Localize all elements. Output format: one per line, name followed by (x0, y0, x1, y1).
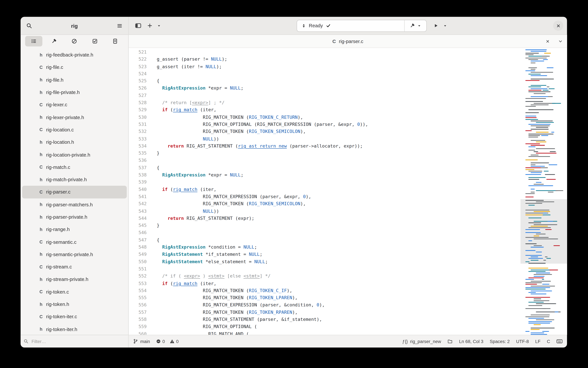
code-line[interactable]: 542 RIG_MATCH_TOKEN (RIG_TOKEN_SEMICOLON… (129, 201, 518, 208)
view-documentation-button[interactable] (106, 36, 124, 46)
code-line[interactable]: 551 (129, 266, 518, 273)
file-item[interactable]: Crig-semantic.c (22, 236, 127, 248)
file-item[interactable]: hrig-lexer-private.h (22, 111, 127, 124)
filter-input[interactable] (31, 338, 125, 344)
code-line[interactable]: 526 RigAstExpression *expr = NULL; (129, 85, 518, 92)
line-ending-button[interactable]: LF (535, 339, 540, 344)
git-branch-button[interactable]: main (133, 339, 150, 344)
code-line[interactable]: 530 RIG_MATCH_TOKEN (RIG_TOKEN_C_RETURN)… (129, 114, 518, 121)
code-line[interactable]: 539 (129, 179, 518, 186)
file-item[interactable]: hrig-location-private.h (22, 148, 127, 161)
file-item[interactable]: Crig-lexer.c (22, 99, 127, 111)
warnings-button[interactable]: 0 (169, 339, 179, 344)
code-line[interactable]: 556 RIG_MATCH_EXPRESSION (parser, &condi… (129, 302, 518, 309)
file-item[interactable]: Crig-stream.c (22, 261, 127, 273)
code-line[interactable]: 523g_assert (iter != NULL); (129, 63, 518, 70)
code-line[interactable]: 541 RIG_MATCH_EXPRESSION (parser, &expr,… (129, 193, 518, 201)
code-line[interactable]: 548 RigAstExpression *condition = NULL; (129, 244, 518, 251)
file-item[interactable]: hrig-range.h (22, 223, 127, 236)
errors-button[interactable]: 0 (156, 339, 165, 344)
code-line[interactable]: 529 if (rig_match (iter, (129, 106, 518, 114)
view-outline-button[interactable] (25, 36, 42, 46)
code-line[interactable]: 528 /* return [<expr>] ; */ (129, 99, 518, 106)
run-button[interactable] (431, 20, 441, 31)
header-file-icon: h (39, 152, 44, 157)
build-status-button[interactable]: Ready (297, 23, 404, 28)
code-line[interactable]: 560 RIG_MATCH_AND ( (129, 331, 518, 335)
file-item[interactable]: hrig-semantic-private.h (22, 248, 127, 261)
file-item[interactable]: Crig-token.c (22, 285, 127, 298)
current-function-button[interactable]: ƒ{} rig_parser_new (402, 339, 441, 344)
file-item[interactable]: hrig-file-private.h (22, 86, 127, 99)
code-line[interactable]: 559 RIG_MATCH_OPTIONAL ( (129, 323, 518, 331)
code-line[interactable]: 521 (129, 49, 518, 56)
file-item[interactable]: hrig-stream-private.h (22, 273, 127, 285)
code-line[interactable]: 534 return RIG_AST_STATEMENT (rig_ast_re… (129, 143, 518, 150)
minimap-viewport[interactable] (521, 199, 567, 264)
code-editor[interactable]: 521522g_assert (parser != NULL);523g_ass… (129, 48, 567, 335)
code-line[interactable]: 535} (129, 150, 518, 157)
code-line[interactable]: 546 (129, 229, 518, 237)
view-tests-button[interactable] (86, 36, 103, 46)
tab-rig-parser[interactable]: C rig-parser.c (332, 38, 363, 44)
code-line[interactable]: 544 return RIG_AST_STATEMENT (expr); (129, 215, 518, 222)
view-diagnostics-button[interactable] (66, 36, 83, 46)
code-line[interactable]: 522g_assert (parser != NULL); (129, 56, 518, 63)
code-line[interactable]: 525{ (129, 78, 518, 85)
view-build-button[interactable] (46, 36, 63, 46)
window-close-button[interactable] (553, 20, 563, 31)
file-item[interactable]: Crig-token-iter.c (22, 311, 127, 323)
code-line[interactable]: 558 RIG_MATCH_STATEMENT (parser, &if_sta… (129, 316, 518, 323)
cursor-position-button[interactable]: Ln 68, Col 3 (459, 339, 483, 344)
code-line[interactable]: 547{ (129, 237, 518, 244)
code-line[interactable]: 554 RIG_MATCH_TOKEN (RIG_TOKEN_C_IF), (129, 287, 518, 294)
git-branch-icon (133, 339, 138, 344)
file-item[interactable]: Crig-file.c (22, 61, 127, 74)
new-tab-button[interactable] (145, 20, 154, 31)
code-line[interactable]: 550 RigAstStatement *else_statement = NU… (129, 258, 518, 266)
spacer (267, 26, 292, 26)
code-text: RIG_MATCH_EXPRESSION (parser, &expr, 0), (151, 193, 311, 201)
code-line[interactable]: 533 NULL)) (129, 135, 518, 143)
file-item[interactable]: hrig-parser-private.h (22, 211, 127, 223)
code-line[interactable]: 557 RIG_MATCH_TOKEN (RIG_TOKEN_RPAREN), (129, 309, 518, 316)
file-item[interactable]: hrig-match-private.h (22, 173, 127, 186)
code-line[interactable]: 537{ (129, 164, 518, 172)
code-line[interactable]: 527 (129, 92, 518, 99)
code-line[interactable]: 536 (129, 157, 518, 164)
code-line[interactable]: 532 RIG_MATCH_TOKEN (RIG_TOKEN_SEMICOLON… (129, 128, 518, 135)
file-item[interactable]: hrig-file.h (22, 74, 127, 86)
code-line[interactable]: 531 RIG_MATCH_OPTIONAL (RIG_MATCH_EXPRES… (129, 121, 518, 128)
file-item[interactable]: Crig-match.c (22, 161, 127, 173)
file-item[interactable]: hrig-token-iter.h (22, 323, 127, 335)
code-line[interactable]: 552 /* if ( <expr> ) <stmt> [else <stmt>… (129, 273, 518, 280)
code-line[interactable]: 540 if (rig_match (iter, (129, 186, 518, 193)
project-folder-button[interactable] (447, 339, 453, 344)
minimap[interactable] (521, 48, 567, 335)
code-line[interactable]: 524 (129, 70, 518, 78)
new-tab-menu-button[interactable] (156, 20, 162, 31)
file-item[interactable]: Crig-location.c (22, 124, 127, 136)
language-button[interactable]: C (547, 339, 550, 344)
tab-close-button[interactable] (544, 37, 551, 45)
file-item[interactable]: Crig-parser.c (22, 186, 127, 198)
tab-list-button[interactable] (557, 37, 564, 45)
file-item[interactable]: hrig-parser-matchers.h (22, 198, 127, 211)
menu-button[interactable] (114, 20, 125, 31)
run-config-button[interactable] (405, 20, 426, 31)
code-line[interactable]: 543 NULL)) (129, 208, 518, 215)
code-line[interactable]: 538 RigAstExpression *expr = NULL; (129, 172, 518, 179)
file-item[interactable]: hrig-token.h (22, 298, 127, 311)
code-line[interactable]: 553 if (rig_match (iter, (129, 280, 518, 287)
encoding-button[interactable]: UTF-8 (516, 339, 529, 344)
code-line[interactable]: 545} (129, 222, 518, 229)
file-item[interactable]: hrig-feedback-private.h (22, 49, 127, 61)
file-item[interactable]: hrig-location.h (22, 136, 127, 148)
toggle-sidebar-button[interactable] (132, 20, 144, 31)
keyboard-button[interactable] (557, 339, 562, 344)
indentation-button[interactable]: Spaces: 2 (490, 339, 510, 344)
search-button[interactable] (24, 20, 35, 31)
code-line[interactable]: 549 RigAstStatement *if_statement = NULL… (129, 251, 518, 258)
run-menu-button[interactable] (442, 20, 448, 31)
code-line[interactable]: 555 RIG_MATCH_TOKEN (RIG_TOKEN_LPAREN), (129, 294, 518, 302)
